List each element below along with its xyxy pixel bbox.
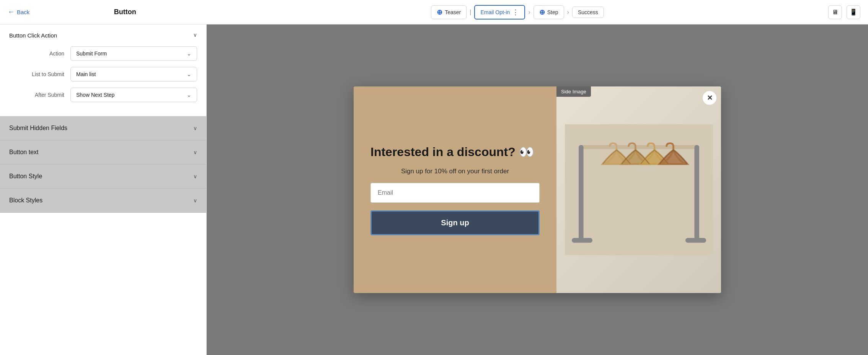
- action-fields: Action Submit Form ⌄ List to Submit Main…: [0, 46, 206, 116]
- block-styles-title: Block Styles: [9, 197, 42, 204]
- submit-hidden-fields-header[interactable]: Submit Hidden Fields ∨: [0, 116, 206, 140]
- popup-headline: Interested in a discount? 👀: [370, 144, 540, 160]
- block-styles-chevron: ∨: [193, 197, 197, 204]
- action-label: Action: [9, 50, 70, 57]
- nav-divider-1: |: [470, 9, 471, 16]
- block-styles-section: Block Styles ∨: [0, 189, 206, 213]
- close-button[interactable]: ✕: [703, 91, 716, 105]
- button-style-title: Button Style: [9, 173, 42, 180]
- after-submit-select-arrow: ⌄: [187, 92, 191, 98]
- svg-rect-1: [579, 145, 699, 149]
- email-optin-label: Email Opt-in: [480, 9, 510, 15]
- svg-rect-4: [572, 238, 592, 243]
- popup-image-right: Side Image ✕: [556, 86, 721, 293]
- button-text-chevron: ∨: [193, 149, 197, 155]
- step-plus-icon: ⊕: [539, 8, 545, 16]
- nav-arrow-2: ›: [567, 9, 569, 16]
- desktop-icon: 🖥: [832, 9, 838, 16]
- hangers-background: [556, 86, 721, 293]
- svg-rect-3: [694, 145, 699, 241]
- after-submit-value: Show Next Step: [76, 92, 114, 98]
- hangers-illustration: [565, 107, 713, 272]
- action-select-arrow: ⌄: [187, 50, 191, 57]
- submit-hidden-fields-title: Submit Hidden Fields: [9, 125, 67, 132]
- svg-rect-5: [685, 238, 706, 243]
- teaser-plus-icon: ⊕: [437, 8, 442, 16]
- button-click-action-chevron: ∧: [193, 33, 197, 39]
- action-select-value: Submit Form: [76, 50, 107, 57]
- mobile-view-button[interactable]: 📱: [847, 5, 860, 19]
- popup-subtext: Sign up for 10% off on your first order: [370, 168, 540, 175]
- success-label: Success: [578, 9, 598, 15]
- after-submit-select[interactable]: Show Next Step ⌄: [70, 88, 197, 102]
- popup-container: Interested in a discount? 👀 Sign up for …: [354, 86, 721, 293]
- success-nav-button[interactable]: Success: [572, 7, 604, 18]
- submit-hidden-fields-chevron: ∨: [193, 125, 197, 131]
- back-arrow-icon: ←: [8, 8, 15, 16]
- header-nav: ⊕ Teaser | Email Opt-in ⋮ › ⊕ Step › Suc…: [214, 5, 821, 20]
- list-select-value: Main list: [76, 71, 96, 77]
- main-layout: Button Click Action ∧ Action Submit Form…: [0, 24, 868, 355]
- button-text-header[interactable]: Button text ∨: [0, 140, 206, 164]
- action-select[interactable]: Submit Form ⌄: [70, 46, 197, 61]
- header-left: ← Back Button: [8, 8, 214, 16]
- back-button[interactable]: ← Back: [8, 8, 29, 16]
- email-optin-dots-icon: ⋮: [512, 8, 519, 16]
- step-nav-button[interactable]: ⊕ Step: [534, 5, 564, 19]
- button-click-action-title: Button Click Action: [9, 32, 57, 39]
- after-submit-label: After Submit: [9, 92, 70, 98]
- step-label: Step: [547, 9, 558, 15]
- svg-rect-0: [565, 124, 713, 255]
- list-select[interactable]: Main list ⌄: [70, 67, 197, 81]
- mobile-icon: 📱: [850, 8, 857, 16]
- side-image-label: Side Image: [556, 86, 591, 97]
- teaser-label: Teaser: [445, 9, 461, 15]
- button-style-header[interactable]: Button Style ∨: [0, 164, 206, 188]
- button-click-action-section: Button Click Action ∧ Action Submit Form…: [0, 24, 206, 116]
- svg-rect-2: [579, 145, 584, 241]
- after-submit-field-row: After Submit Show Next Step ⌄: [9, 88, 197, 102]
- button-style-section: Button Style ∨: [0, 164, 206, 189]
- action-field-row: Action Submit Form ⌄: [9, 46, 197, 61]
- left-panel: Button Click Action ∧ Action Submit Form…: [0, 24, 207, 355]
- desktop-view-button[interactable]: 🖥: [828, 5, 842, 19]
- page-title: Button: [114, 8, 136, 16]
- block-styles-header[interactable]: Block Styles ∨: [0, 189, 206, 212]
- header: ← Back Button ⊕ Teaser | Email Opt-in ⋮ …: [0, 0, 868, 24]
- list-field-row: List to Submit Main list ⌄: [9, 67, 197, 81]
- submit-hidden-fields-section: Submit Hidden Fields ∨: [0, 116, 206, 140]
- teaser-nav-button[interactable]: ⊕ Teaser: [431, 5, 467, 19]
- email-optin-nav-button[interactable]: Email Opt-in ⋮: [474, 5, 525, 20]
- list-label: List to Submit: [9, 71, 70, 77]
- button-style-chevron: ∨: [193, 173, 197, 179]
- nav-arrow-1: ›: [528, 9, 530, 16]
- button-text-title: Button text: [9, 149, 39, 156]
- popup-content-left: Interested in a discount? 👀 Sign up for …: [354, 86, 556, 293]
- header-icons: 🖥 📱: [828, 5, 860, 19]
- back-label: Back: [17, 9, 29, 15]
- button-text-section: Button text ∨: [0, 140, 206, 164]
- popup-email-input[interactable]: [370, 183, 540, 203]
- right-canvas: Interested in a discount? 👀 Sign up for …: [207, 24, 868, 355]
- popup-signup-button[interactable]: Sign up: [370, 210, 540, 235]
- button-click-action-header[interactable]: Button Click Action ∧: [0, 24, 206, 46]
- list-select-arrow: ⌄: [187, 71, 191, 77]
